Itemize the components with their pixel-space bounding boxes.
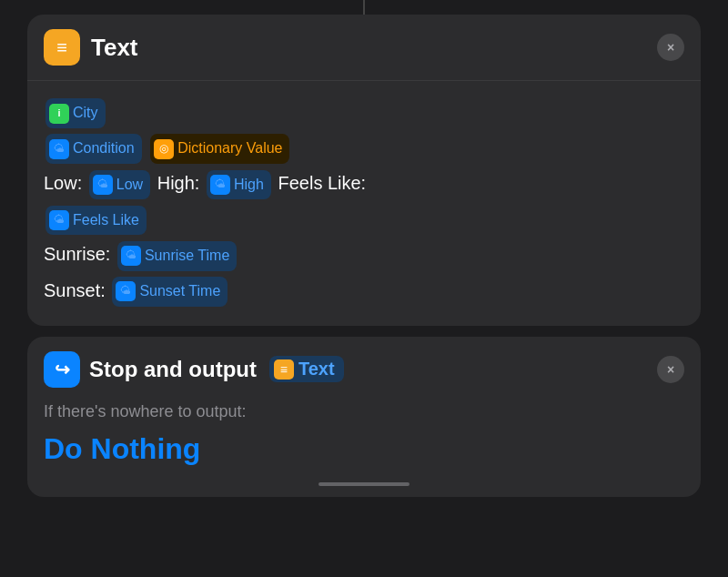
condition-chip-icon: 🌤 [49, 139, 69, 159]
low-chip-icon: 🌤 [93, 175, 113, 195]
text-card-header: ≡ Text × [27, 15, 701, 81]
sunset-row: Sunset: 🌤 Sunset Time [44, 274, 684, 308]
stop-card: ↪ Stop and output ≡ Text × If there's no… [27, 337, 701, 497]
sunset-chip[interactable]: 🌤 Sunset Time [112, 277, 228, 307]
city-chip-icon: i [49, 104, 69, 124]
sunrise-chip-icon: 🌤 [121, 246, 141, 266]
text-card: ≡ Text × i City 🌤 Condition ◎ Dictionary… [27, 15, 701, 326]
sunset-label: Sunset: [44, 280, 106, 300]
stop-icon-symbol: ↪ [55, 359, 70, 380]
feels-like-chip-icon: 🌤 [49, 210, 69, 230]
feels-like-row: 🌤 Feels Like [44, 202, 684, 236]
stop-card-close-button[interactable]: × [657, 356, 684, 383]
stop-card-icon: ↪ [44, 351, 80, 388]
feels-like-chip[interactable]: 🌤 Feels Like [46, 206, 147, 236]
dictionary-chip-icon: ◎ [154, 139, 174, 159]
text-card-close-button[interactable]: × [657, 34, 684, 61]
scroll-indicator [318, 482, 410, 486]
low-chip[interactable]: 🌤 Low [89, 170, 150, 200]
condition-row: 🌤 Condition ◎ Dictionary Value [44, 131, 684, 165]
city-row: i City [44, 96, 684, 129]
text-card-body: i City 🌤 Condition ◎ Dictionary Value Lo… [27, 81, 701, 326]
low-label: Low: [44, 173, 82, 193]
text-chip-in-header[interactable]: ≡ Text [269, 356, 344, 382]
feels-like-label: Feels Like: [278, 173, 366, 193]
text-card-icon: ≡ [44, 29, 80, 66]
low-high-row: Low: 🌤 Low High: 🌤 High Feels Like: [44, 167, 684, 200]
sunrise-chip[interactable]: 🌤 Sunrise Time [117, 241, 237, 271]
text-card-title: Text [91, 34, 138, 62]
stop-card-header: ↪ Stop and output ≡ Text × [27, 337, 701, 402]
sunset-chip-icon: 🌤 [116, 281, 136, 301]
text-chip-header-icon: ≡ [274, 359, 294, 380]
sunrise-row: Sunrise: 🌤 Sunrise Time [44, 238, 684, 271]
city-chip[interactable]: i City [46, 98, 106, 128]
do-nothing-button[interactable]: Do Nothing [27, 427, 701, 482]
text-icon-symbol: ≡ [56, 37, 67, 58]
high-chip[interactable]: 🌤 High [207, 170, 271, 200]
high-chip-icon: 🌤 [210, 175, 230, 195]
sunrise-label: Sunrise: [44, 244, 110, 264]
if-nowhere-text: If there's nowhere to output: [27, 402, 701, 427]
stop-card-title: Stop and output [89, 357, 257, 382]
high-label: High: [157, 173, 200, 193]
dictionary-chip[interactable]: ◎ Dictionary Value [150, 134, 289, 164]
condition-chip[interactable]: 🌤 Condition [46, 134, 142, 164]
